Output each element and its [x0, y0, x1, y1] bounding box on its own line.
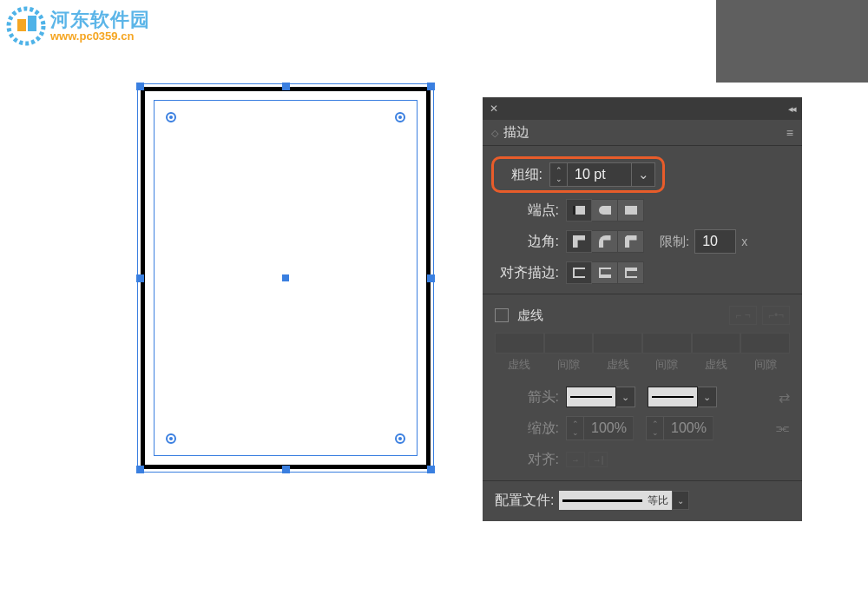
resize-handle-tl[interactable] [136, 83, 144, 90]
link-scale-icon[interactable]: ⫘ [774, 420, 790, 438]
gap-input-1[interactable] [544, 333, 594, 354]
weight-dropdown[interactable]: ⌄ [631, 162, 655, 187]
weight-stepper[interactable]: ⌃⌄ [549, 162, 567, 187]
scale2-stepper[interactable]: ⌃⌄ [646, 416, 663, 440]
scale2-input[interactable]: 100% [663, 416, 713, 440]
watermark-logo: 河东软件园 www.pc0359.cn [5, 5, 150, 47]
dash-fields: 虚线 间隙 虚线 间隙 虚线 间隙 [495, 333, 790, 376]
dash-col-label-1: 虚线 [508, 357, 530, 373]
align-stroke-label: 对齐描边: [495, 264, 566, 282]
corner-row: 边角: 限制: x [495, 226, 790, 257]
cap-label: 端点: [495, 202, 566, 220]
resize-handle-ml[interactable] [136, 274, 144, 282]
weight-input[interactable] [567, 162, 631, 187]
arrow-end-dropdown[interactable]: ⌄ [698, 387, 717, 407]
arrow-align-row: 对齐: → →| [495, 444, 790, 475]
cap-butt-button[interactable] [566, 199, 592, 221]
miter-limit-field: 限制: x [660, 229, 747, 254]
resize-handle-bl[interactable] [136, 466, 144, 473]
live-corner-widget-bl[interactable] [166, 433, 176, 444]
arrowhead-row: 箭头: ⌄ ⌄ ⇄ [495, 381, 790, 413]
arrowhead-label: 箭头: [495, 388, 566, 407]
panel-tab-row: ◇ 描边 ≡ [483, 120, 802, 146]
weight-label: 粗细: [494, 166, 549, 184]
canvas-selection[interactable] [141, 87, 431, 469]
align-inside-button[interactable] [592, 261, 618, 284]
live-corner-widget-tr[interactable] [395, 112, 405, 122]
swap-arrows-icon[interactable]: ⇄ [779, 389, 790, 406]
gap-input-3[interactable] [740, 333, 790, 354]
chevron-up-icon[interactable]: ⌃ [556, 166, 562, 175]
weight-row: 粗细: ⌃⌄ ⌄ [495, 155, 790, 195]
profile-dropdown[interactable]: ⌄ [672, 491, 689, 510]
dash-col-label-2: 间隙 [557, 357, 580, 373]
resize-handle-mt[interactable] [282, 83, 290, 90]
arrow-start-swatch[interactable] [566, 387, 616, 407]
profile-swatch[interactable]: 等比 [559, 491, 672, 510]
dash-preserve-exact-button[interactable]: ⌐ ¬ [729, 306, 757, 325]
limit-input[interactable] [694, 229, 736, 254]
profile-swatch-text: 等比 [648, 493, 668, 508]
join-round-button[interactable] [592, 230, 618, 253]
resize-handle-tr[interactable] [427, 83, 435, 90]
arrow-align-label: 对齐: [495, 451, 566, 469]
weight-input-field[interactable] [575, 167, 631, 182]
panel-menu-icon[interactable]: ≡ [786, 126, 793, 140]
scale1-input[interactable]: 100% [583, 416, 634, 440]
center-point[interactable] [282, 274, 289, 281]
dashed-label: 虚线 [517, 307, 543, 324]
panel-titlebar[interactable]: ✕ ◂◂ [483, 97, 802, 120]
chevron-down-icon[interactable]: ⌄ [556, 175, 562, 183]
limit-input-field[interactable] [702, 234, 735, 249]
weight-highlight: 粗细: ⌃⌄ ⌄ [491, 156, 665, 193]
profile-label: 配置文件: [495, 492, 559, 510]
join-miter-button[interactable] [566, 230, 592, 253]
corner-label: 边角: [495, 233, 566, 251]
panel-title[interactable]: 描边 [503, 124, 529, 141]
dash-input-2[interactable] [593, 333, 642, 354]
cap-round-button[interactable] [592, 199, 618, 221]
live-corner-widget-br[interactable] [395, 433, 405, 444]
dashed-row: 虚线 ⌐ ¬ ⌐•¬ [495, 300, 790, 331]
divider-2 [483, 480, 802, 481]
arrow-align-tip-button[interactable]: →| [589, 452, 608, 467]
cap-projecting-button[interactable] [618, 199, 644, 221]
limit-label: 限制: [660, 234, 689, 250]
tab-grip-icon[interactable]: ◇ [491, 129, 498, 136]
align-stroke-row: 对齐描边: [495, 257, 790, 288]
background-block [716, 0, 868, 83]
dash-input-1[interactable] [495, 333, 544, 354]
profile-row: 配置文件: 等比 ⌄ [495, 486, 790, 514]
gap-input-2[interactable] [642, 333, 692, 354]
resize-handle-br[interactable] [427, 466, 435, 473]
scale1-stepper[interactable]: ⌃⌄ [566, 416, 583, 440]
resize-handle-mr[interactable] [427, 274, 435, 282]
align-center-button[interactable] [566, 261, 592, 284]
dash-col-label-3: 虚线 [607, 357, 629, 373]
resize-handle-mb[interactable] [282, 466, 290, 473]
logo-text-cn: 河东软件园 [50, 10, 150, 30]
arrow-scale-label: 缩放: [495, 420, 566, 438]
dash-col-label-6: 间隙 [754, 357, 777, 373]
stroke-panel: ✕ ◂◂ ◇ 描边 ≡ 粗细: ⌃⌄ ⌄ 端点: 边角: [483, 97, 802, 521]
arrow-scale-row: 缩放: ⌃⌄ 100% ⌃⌄ 100% ⫘ [495, 413, 790, 444]
join-bevel-button[interactable] [618, 230, 644, 253]
cap-row: 端点: [495, 195, 790, 226]
collapse-icon[interactable]: ◂◂ [788, 103, 795, 115]
arrow-end-swatch[interactable] [648, 387, 698, 407]
close-icon[interactable]: ✕ [490, 102, 498, 115]
divider [483, 294, 802, 294]
dash-input-3[interactable] [692, 333, 741, 354]
dash-align-corners-button[interactable]: ⌐•¬ [762, 306, 790, 325]
arrow-align-extend-button[interactable]: → [566, 452, 585, 467]
align-outside-button[interactable] [618, 261, 644, 284]
limit-suffix: x [741, 235, 747, 248]
dashed-checkbox[interactable] [495, 308, 509, 322]
dash-col-label-5: 虚线 [705, 357, 727, 373]
dash-col-label-4: 间隙 [655, 357, 678, 373]
arrow-start-dropdown[interactable]: ⌄ [616, 387, 635, 407]
logo-mark [5, 5, 47, 47]
logo-text-url: www.pc0359.cn [50, 30, 150, 43]
live-corner-widget-tl[interactable] [166, 112, 176, 122]
